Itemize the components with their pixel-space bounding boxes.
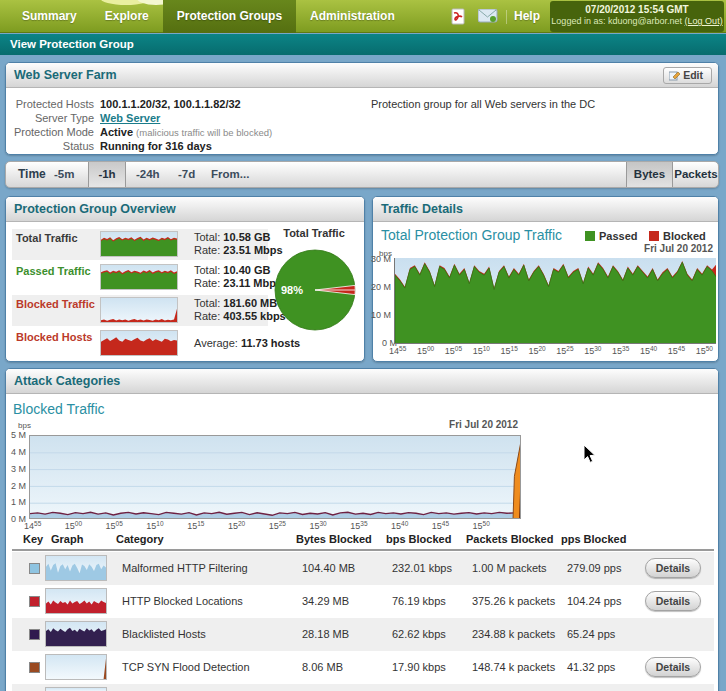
protection-group-panel: Web Server Farm Edit Protected Hosts 100… (5, 62, 719, 155)
field-label: Protection Mode (6, 126, 94, 138)
x-tick: 1505 (106, 521, 123, 531)
category-sparkline (45, 588, 107, 614)
time-option-24h[interactable]: -24h (136, 162, 160, 187)
x-tick: 1525 (556, 346, 573, 356)
row-stats: Average: 11.73 hosts (194, 337, 300, 350)
field-label: Protected Hosts (6, 98, 94, 110)
bytes-cell: 28.18 MB (302, 618, 349, 651)
passed-swatch (585, 231, 595, 241)
row-label: Blocked Hosts (16, 331, 100, 343)
x-tick: 1550 (473, 521, 490, 531)
pps-cell: 65.24 pps (567, 618, 615, 651)
col-header-category: Category (116, 533, 164, 545)
time-option-1h[interactable]: -1h (88, 162, 126, 187)
group-description: Protection group for all Web servers in … (371, 98, 595, 110)
pdf-export-icon[interactable] (450, 8, 466, 25)
table-row: TCP SYN Flood Detection 8.06 MB 17.90 kb… (12, 651, 714, 684)
x-tick: 1540 (391, 521, 408, 531)
help-link[interactable]: Help (514, 0, 540, 33)
user-session-box: 07/20/2012 15:54 GMT Logged in as: kduon… (550, 1, 724, 32)
key-swatch (29, 596, 40, 607)
details-button[interactable]: Details (645, 657, 701, 677)
mouse-cursor (583, 444, 596, 464)
panel-header: Traffic Details (373, 197, 718, 222)
x-tick: 1540 (640, 346, 657, 356)
packets-cell: 148.74 k packets (472, 651, 555, 684)
y-tick: 30 M (371, 254, 391, 264)
email-icon[interactable] (478, 9, 498, 23)
x-tick: 1535 (612, 346, 629, 356)
row-label: Total Traffic (16, 232, 100, 244)
x-tick: 1505 (445, 346, 462, 356)
x-tick: 1545 (668, 346, 685, 356)
x-tick: 1455 (389, 346, 406, 356)
category-sparkline (45, 654, 107, 680)
details-button[interactable]: Details (645, 558, 701, 578)
time-range-bar: Time -5m -1h -24h -7d From... Bytes Pack… (5, 161, 719, 188)
col-header-bps: bps Blocked (386, 533, 451, 545)
x-tick: 1500 (65, 521, 82, 531)
x-tick: 1520 (528, 346, 545, 356)
field-value: Active (100, 126, 133, 138)
x-tick: 1515 (187, 521, 204, 531)
edit-button[interactable]: Edit (663, 67, 712, 84)
breadcrumb-bar: View Protection Group (0, 34, 726, 55)
time-option-5m[interactable]: -5m (54, 162, 74, 187)
category-sparkline (45, 555, 107, 581)
panel-title: Protection Group Overview (14, 202, 176, 216)
legend-blocked: Blocked (649, 230, 706, 242)
x-tick: 1545 (432, 521, 449, 531)
top-navbar: Summary Explore Protection Groups Admini… (0, 0, 726, 33)
blocked-hosts-sparkline (100, 330, 178, 356)
bps-cell: 62.62 kbps (392, 618, 446, 651)
field-value: 100.1.1.20/32, 100.1.1.82/32 (100, 98, 241, 110)
y-tick: 10 M (371, 310, 391, 320)
panel-title: Traffic Details (381, 202, 463, 216)
attack-categories-panel: Attack Categories Blocked Traffic Fri Ju… (5, 368, 719, 691)
x-tick: 1455 (24, 521, 41, 531)
bps-cell: 76.19 kbps (392, 585, 446, 618)
key-swatch (29, 563, 40, 574)
unit-toggle-bytes[interactable]: Bytes (626, 162, 673, 187)
total-traffic-chart (394, 258, 716, 344)
field-label: Server Type (6, 112, 94, 124)
nav-item-explore[interactable]: Explore (91, 0, 163, 33)
overview-row-blocked: Blocked Traffic Total: 181.60 MB Rate: 4… (12, 295, 268, 326)
bytes-cell: 8.06 MB (302, 651, 343, 684)
time-option-from[interactable]: From... (211, 162, 249, 187)
server-type-link[interactable]: Web Server (100, 112, 160, 124)
panel-header: Attack Categories (6, 369, 718, 394)
page-title: View Protection Group (10, 38, 134, 50)
y-tick: 0 M (6, 514, 26, 524)
x-tick: 1500 (417, 346, 434, 356)
time-option-7d[interactable]: -7d (178, 162, 195, 187)
overview-row-total: Total Traffic Total: 10.58 GB Rate: 23.5… (12, 229, 268, 260)
overview-panel: Protection Group Overview Total Traffic … (5, 196, 365, 362)
details-button[interactable]: Details (645, 591, 701, 611)
row-stats: Total: 10.40 GB Rate: 23.11 Mbps (194, 264, 282, 290)
logout-link[interactable]: (Log Out) (685, 16, 723, 26)
unit-toggle-packets[interactable]: Packets (673, 162, 719, 187)
table-row: Malformed HTTP Filtering 104.40 MB 232.0… (12, 552, 714, 585)
table-row: HTTP Blocked Locations 34.29 MB 76.19 kb… (12, 585, 714, 618)
time-label: Time (18, 162, 46, 187)
nav-item-summary[interactable]: Summary (8, 0, 91, 33)
nav-item-protection-groups[interactable]: Protection Groups (163, 0, 296, 33)
blocked-swatch (649, 231, 659, 241)
category-cell: Malformed HTTP Filtering (122, 552, 248, 585)
category-cell: Blacklisted Hosts (122, 618, 206, 651)
nav-items: Summary Explore Protection Groups Admini… (8, 0, 409, 33)
legend-passed: Passed (585, 230, 638, 242)
pencil-icon (669, 70, 680, 81)
x-tick: 1510 (473, 346, 490, 356)
pie-percent-label: 98% (281, 284, 303, 296)
total-traffic-pie: 98% (272, 247, 358, 337)
bytes-cell: 104.40 MB (302, 552, 355, 585)
nav-item-administration[interactable]: Administration (296, 0, 409, 33)
pps-cell: 279.09 pps (567, 552, 621, 585)
row-label: Passed Traffic (16, 265, 100, 277)
total-traffic-sparkline (100, 231, 178, 257)
packets-cell: 1.00 M packets (472, 552, 547, 585)
traffic-details-panel: Traffic Details Total Protection Group T… (372, 196, 719, 362)
logged-in-label: Logged in as: kduong@arbor.net (Log Out) (550, 16, 724, 26)
